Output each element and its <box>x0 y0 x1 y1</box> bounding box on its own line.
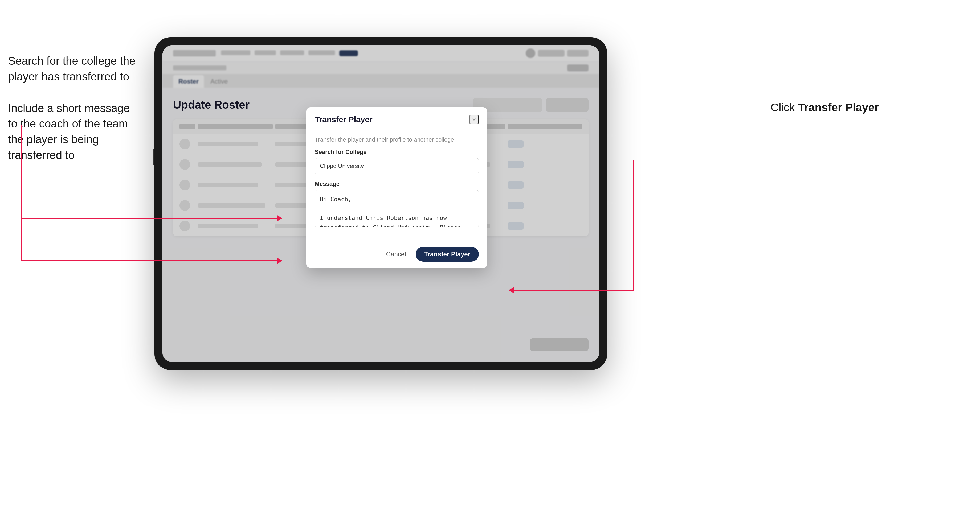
tablet-device: Roster Active Update Roster <box>154 37 607 370</box>
annotation-right: Click Transfer Player <box>771 101 879 114</box>
search-college-group: Search for College <box>315 149 479 174</box>
transfer-player-button[interactable]: Transfer Player <box>416 247 479 262</box>
message-label: Message <box>315 181 479 187</box>
search-college-input[interactable] <box>315 158 479 174</box>
modal-body: Transfer the player and their profile to… <box>306 130 487 241</box>
annotation-transfer-bold: Transfer Player <box>798 101 879 114</box>
search-college-label: Search for College <box>315 149 479 156</box>
modal-title: Transfer Player <box>315 115 372 124</box>
annotation-left: Search for the college the player has tr… <box>8 53 136 179</box>
modal-header: Transfer Player × <box>306 107 487 130</box>
annotation-search-text: Search for the college the player has tr… <box>8 53 136 85</box>
transfer-player-modal: Transfer Player × Transfer the player an… <box>306 107 487 268</box>
modal-overlay: Transfer Player × Transfer the player an… <box>162 45 599 362</box>
screen-content: Roster Active Update Roster <box>162 45 599 362</box>
message-textarea[interactable] <box>315 190 479 227</box>
message-group: Message <box>315 181 479 229</box>
annotation-click-text: Click <box>771 101 798 114</box>
tablet-screen: Roster Active Update Roster <box>162 45 599 362</box>
annotation-message-text: Include a short message to the coach of … <box>8 101 136 163</box>
modal-footer: Cancel Transfer Player <box>306 241 487 268</box>
tablet-button <box>153 149 154 165</box>
modal-close-button[interactable]: × <box>469 115 479 124</box>
cancel-button[interactable]: Cancel <box>381 247 412 261</box>
modal-subtitle: Transfer the player and their profile to… <box>315 136 479 143</box>
